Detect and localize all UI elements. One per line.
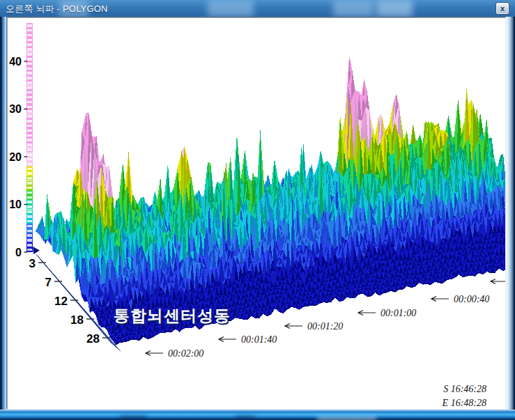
svg-text:7: 7 — [45, 276, 52, 289]
surface-mesh — [36, 56, 505, 345]
origin-marker-icon — [33, 247, 40, 254]
spectrum-plot: 010203040 37121828 00:02:0000:01:4000:01… — [7, 17, 505, 409]
frame-glass-reflection — [317, 417, 376, 420]
frame-glass-reflection — [120, 416, 146, 420]
svg-text:00:01:40: 00:01:40 — [241, 334, 277, 345]
svg-text:20: 20 — [9, 151, 22, 163]
window-frame-bottom — [0, 410, 515, 420]
watermark: 통합뇌센터성동 — [114, 306, 231, 325]
titlebar-glass-highlight — [376, 0, 413, 17]
plot-client-area: 010203040 37121828 00:02:0000:01:4000:01… — [6, 17, 506, 410]
svg-text:0: 0 — [15, 247, 22, 258]
window-frame-left — [0, 17, 6, 410]
svg-text:28: 28 — [86, 332, 100, 345]
window-title: 오른쪽 뇌파 - POLYGON — [6, 3, 108, 15]
svg-text:30: 30 — [9, 103, 22, 115]
session-end-time: E 16:48:28 — [442, 398, 486, 408]
svg-text:40: 40 — [9, 56, 22, 68]
svg-text:00:02:00: 00:02:00 — [168, 348, 203, 359]
svg-text:10: 10 — [9, 199, 22, 210]
close-icon: x — [500, 4, 505, 13]
window-frame-right — [506, 17, 515, 410]
titlebar-glass-highlight — [208, 0, 254, 17]
svg-text:00:01:20: 00:01:20 — [307, 321, 343, 332]
svg-text:12: 12 — [54, 295, 68, 308]
frame-glass-reflection — [236, 416, 255, 420]
svg-text:00:01:00: 00:01:00 — [381, 308, 416, 318]
svg-text:3: 3 — [29, 257, 36, 270]
svg-text:18: 18 — [70, 313, 84, 327]
svg-text:00:00:40: 00:00:40 — [454, 294, 489, 304]
application-window: 오른쪽 뇌파 - POLYGON x 010203040 37121828 00… — [0, 0, 515, 420]
session-start-time: S 16:46:28 — [443, 384, 486, 394]
titlebar: 오른쪽 뇌파 - POLYGON — [0, 0, 515, 17]
amplitude-axis: 010203040 — [9, 56, 27, 258]
color-scale-bar — [27, 24, 33, 251]
close-button[interactable]: x — [495, 2, 509, 15]
titlebar-glass-highlight — [333, 0, 374, 17]
